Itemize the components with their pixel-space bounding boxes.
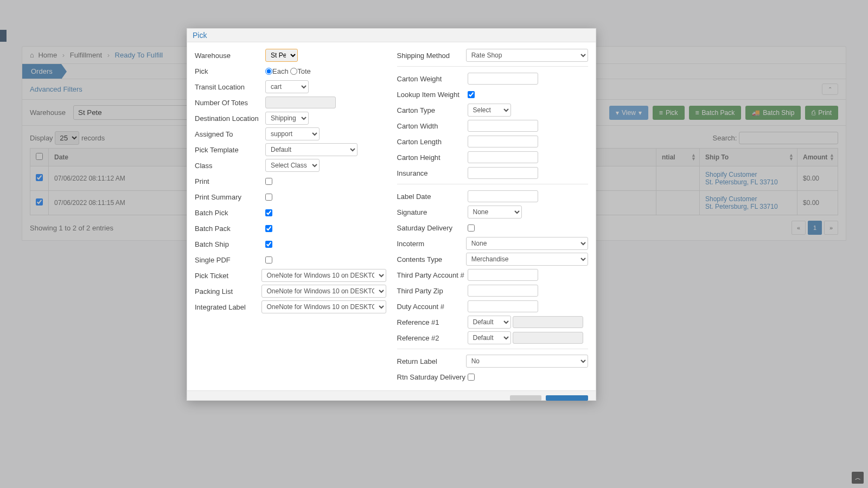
- insurance-label: Insurance: [397, 169, 468, 177]
- pick-each-radio[interactable]: [265, 68, 272, 75]
- third-party-zip-input[interactable]: [468, 285, 538, 297]
- modal-right-column: Shipping MethodRate Shop Carton Weight L…: [397, 48, 589, 385]
- reference2-input: [513, 332, 583, 344]
- carton-weight-label: Carton Weight: [397, 75, 468, 83]
- transit-select[interactable]: cart: [265, 80, 309, 93]
- totes-input: [265, 97, 336, 108]
- warehouse-label: Warehouse: [195, 52, 265, 60]
- batch-pick-checkbox[interactable]: [265, 209, 272, 216]
- return-label-label: Return Label: [397, 357, 466, 365]
- duty-account-input[interactable]: [468, 300, 538, 312]
- carton-height-input[interactable]: [468, 151, 538, 163]
- warehouse-select[interactable]: St Pete: [265, 49, 298, 62]
- batch-pack-checkbox[interactable]: [265, 225, 272, 232]
- print-label: Print: [195, 177, 265, 185]
- reference1-select[interactable]: Default: [468, 316, 511, 329]
- class-label: Class: [195, 162, 265, 170]
- return-label-select[interactable]: No: [466, 355, 588, 368]
- saturday-label: Saturday Delivery: [397, 224, 468, 232]
- signature-label: Signature: [397, 208, 468, 216]
- signature-select[interactable]: None: [468, 206, 522, 219]
- pick-tote-radio[interactable]: [290, 68, 297, 75]
- transit-label: Transit Location: [195, 83, 265, 91]
- single-pdf-label: Single PDF: [195, 256, 265, 264]
- rtn-saturday-label: Rtn Saturday Delivery: [397, 373, 468, 381]
- pick-modal: Pick WarehouseSt Pete Pick Each Tote Tra…: [187, 28, 596, 401]
- modal-title: Pick: [187, 29, 596, 42]
- batch-ship-checkbox[interactable]: [265, 241, 272, 248]
- single-pdf-checkbox[interactable]: [265, 256, 272, 264]
- incoterm-label: Incoterm: [397, 240, 466, 248]
- lookup-weight-label: Lookup Item Weight: [397, 91, 468, 99]
- pick-ticket-label: Pick Ticket: [195, 272, 261, 280]
- insurance-input[interactable]: [468, 167, 538, 179]
- modal-left-column: WarehouseSt Pete Pick Each Tote Transit …: [195, 48, 386, 385]
- assigned-label: Assigned To: [195, 130, 265, 138]
- duty-account-label: Duty Account #: [397, 303, 468, 311]
- carton-length-input[interactable]: [468, 136, 538, 147]
- each-label: Each: [272, 67, 289, 75]
- contents-type-select[interactable]: Merchandise: [466, 253, 588, 266]
- destination-select[interactable]: Shipping: [265, 112, 309, 125]
- carton-width-input[interactable]: [468, 120, 538, 132]
- template-label: Pick Template: [195, 146, 265, 154]
- carton-width-label: Carton Width: [397, 122, 468, 130]
- integrated-label-select[interactable]: OneNote for Windows 10 on DESKTOP-CPSVA: [261, 300, 386, 313]
- lookup-weight-checkbox[interactable]: [468, 91, 475, 98]
- pick-ticket-select[interactable]: OneNote for Windows 10 on DESKTOP-CPSVA: [261, 269, 386, 282]
- packing-list-label: Packing List: [195, 287, 261, 296]
- destination-label: Destination Location: [195, 114, 265, 123]
- incoterm-select[interactable]: None: [466, 237, 588, 250]
- third-party-account-label: Third Party Account #: [397, 271, 468, 279]
- packing-list-select[interactable]: OneNote for Windows 10 on DESKTOP-CPSVA: [261, 285, 386, 298]
- print-summary-checkbox[interactable]: [265, 194, 272, 201]
- ok-button[interactable]: [546, 395, 588, 401]
- reference1-input: [513, 316, 583, 328]
- reference1-label: Reference #1: [397, 318, 468, 326]
- template-select[interactable]: Default: [265, 143, 358, 156]
- totes-label: Number Of Totes: [195, 99, 265, 107]
- batch-pack-label: Batch Pack: [195, 224, 265, 233]
- third-party-account-input[interactable]: [468, 269, 538, 281]
- label-date-input[interactable]: [468, 190, 538, 202]
- carton-type-label: Carton Type: [397, 106, 468, 114]
- contents-type-label: Contents Type: [397, 255, 466, 264]
- print-checkbox[interactable]: [265, 178, 272, 185]
- batch-pick-label: Batch Pick: [195, 209, 265, 217]
- carton-type-select[interactable]: Select: [468, 104, 511, 117]
- saturday-checkbox[interactable]: [468, 224, 475, 232]
- carton-height-label: Carton Height: [397, 153, 468, 162]
- carton-length-label: Carton Length: [397, 138, 468, 146]
- pick-label: Pick: [195, 67, 265, 75]
- cancel-button[interactable]: [510, 395, 541, 401]
- modal-footer: [187, 390, 596, 400]
- carton-weight-input[interactable]: [468, 73, 538, 85]
- class-select[interactable]: Select Class: [265, 159, 320, 172]
- shipping-method-select[interactable]: Rate Shop: [466, 49, 588, 62]
- assigned-select[interactable]: support: [265, 127, 320, 140]
- integrated-label-label: Integrated Label: [195, 303, 261, 311]
- reference2-label: Reference #2: [397, 334, 468, 342]
- shipping-method-label: Shipping Method: [397, 52, 466, 60]
- label-date-label: Label Date: [397, 192, 468, 201]
- rtn-saturday-checkbox[interactable]: [468, 374, 475, 381]
- tote-label: Tote: [297, 67, 311, 75]
- scroll-to-top-button[interactable]: ︿: [852, 472, 864, 484]
- third-party-zip-label: Third Party Zip: [397, 287, 468, 295]
- batch-ship-label: Batch Ship: [195, 240, 265, 248]
- print-summary-label: Print Summary: [195, 193, 265, 201]
- reference2-select[interactable]: Default: [468, 331, 511, 344]
